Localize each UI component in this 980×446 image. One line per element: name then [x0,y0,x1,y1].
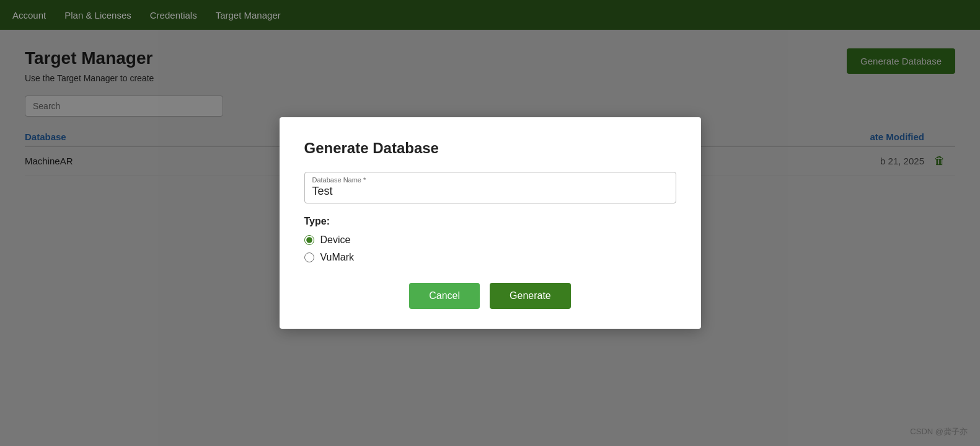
watermark: CSDN @龚子亦 [910,426,968,437]
modal-footer: Cancel Generate [304,283,676,309]
type-device-radio[interactable] [304,235,314,245]
type-vumark-radio[interactable] [304,252,314,262]
modal-overlay: Generate Database Database Name * Type: … [0,0,980,446]
type-device-label: Device [320,234,351,246]
db-name-field-group: Database Name * [304,172,676,203]
cancel-button[interactable]: Cancel [409,283,480,309]
generate-database-modal: Generate Database Database Name * Type: … [280,117,701,329]
type-vumark-option[interactable]: VuMark [304,252,676,263]
db-name-input[interactable] [312,185,668,198]
type-vumark-label: VuMark [320,252,355,263]
type-label: Type: [304,216,676,227]
modal-title: Generate Database [304,140,676,157]
db-name-field-wrapper: Database Name * [304,172,676,203]
type-radio-group: Device VuMark [304,234,676,263]
generate-button[interactable]: Generate [490,283,571,309]
type-device-option[interactable]: Device [304,234,676,246]
db-name-label: Database Name * [312,176,668,184]
type-field-group: Type: Device VuMark [304,216,676,263]
